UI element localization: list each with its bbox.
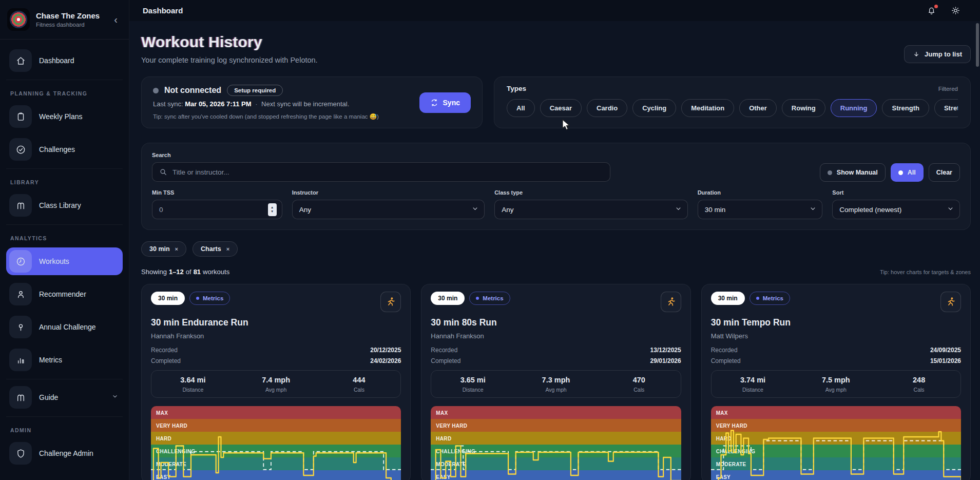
class-type-select[interactable]: Any	[494, 200, 688, 219]
app-root: Chase The Zones Fitness dashboard ‹ Dash…	[0, 0, 980, 480]
zone-chart[interactable]: MAXVERY HARDHARDCHALLENGINGMODERATEEASY	[431, 406, 681, 480]
remove-tag-icon[interactable]: ×	[226, 246, 229, 252]
intensity-lines	[151, 406, 401, 480]
sidebar-group: LIBRARYClass Library	[6, 168, 123, 219]
arrow-down-icon	[913, 51, 920, 58]
theme-toggle-button[interactable]	[951, 6, 960, 15]
runner-icon	[945, 296, 956, 308]
metrics-badge: Metrics	[750, 292, 790, 305]
types-filter-card: Types Filtered AllCaesarCardioCyclingMed…	[494, 76, 971, 128]
last-sync-value: Mar 05, 2026 7:11 PM	[185, 100, 251, 108]
sidebar-item-challenge-admin[interactable]: Challenge Admin	[6, 439, 123, 467]
recorded-date: 13/12/2025	[650, 347, 681, 354]
runner-icon	[665, 296, 677, 308]
active-filter-tag-30-min[interactable]: 30 min×	[141, 241, 186, 257]
duration-badge: 30 min	[711, 292, 745, 305]
duration-badge: 30 min	[151, 292, 185, 305]
workout-stats: 3.65 miDistance7.3 mphAvg mph470Cals	[431, 370, 681, 398]
workout-type-button[interactable]	[940, 292, 961, 312]
sidebar-item-recommender[interactable]: Recommender	[6, 280, 123, 308]
type-chip-other[interactable]: Other	[739, 99, 777, 117]
sidebar-item-guide[interactable]: Guide	[6, 383, 123, 411]
type-chip-cardio[interactable]: Cardio	[587, 99, 627, 117]
clear-filters-button[interactable]: Clear	[929, 163, 960, 182]
remove-tag-icon[interactable]: ×	[175, 246, 178, 252]
sidebar-item-label: Guide	[39, 393, 58, 401]
sidebar-item-label: Challenge Admin	[39, 449, 93, 457]
recorded-row: Recorded 24/09/2025	[711, 347, 961, 354]
recorded-date: 20/12/2025	[370, 347, 401, 354]
sidebar-item-workouts[interactable]: Workouts	[6, 247, 123, 275]
completed-row: Completed 29/01/2026	[431, 357, 681, 364]
type-chip-stretching[interactable]: Stretching	[934, 99, 958, 117]
sidebar-collapse-button[interactable]: ‹	[110, 12, 122, 27]
min-tss-input[interactable]: 0▴▾	[152, 200, 282, 219]
metrics-dot-icon	[196, 297, 199, 300]
type-chip-strength[interactable]: Strength	[882, 99, 929, 117]
sync-button[interactable]: Sync	[419, 92, 471, 113]
sidebar-group: Guide	[6, 379, 123, 411]
sidebar-group: ADMINChallenge Admin	[6, 416, 123, 467]
workout-card[interactable]: 30 min Metrics 30 min Endurance Run Hann…	[141, 284, 411, 480]
sidebar-item-label: Annual Challenge	[39, 323, 96, 331]
type-chip-rowing[interactable]: Rowing	[782, 99, 825, 117]
zone-chart[interactable]: MAXVERY HARDHARDCHALLENGINGMODERATEEASY	[711, 406, 961, 480]
workout-card[interactable]: 30 min Metrics 30 min 80s Run Hannah Fra…	[421, 284, 690, 480]
library-icon	[9, 386, 32, 409]
instructor-select[interactable]: Any	[292, 200, 485, 219]
sync-tip: Tip: sync after you've cooled down (and …	[153, 113, 379, 120]
check-circle-icon	[9, 138, 32, 161]
section-subtitle: Your complete training log synchronized …	[141, 56, 318, 64]
sidebar-item-dashboard[interactable]: Dashboard	[6, 47, 123, 74]
recorded-row: Recorded 20/12/2025	[151, 347, 401, 354]
stat-distance: 3.65 miDistance	[431, 376, 514, 393]
jump-to-list-button[interactable]: Jump to list	[904, 45, 971, 63]
sync-card: Not connected Setup required Last sync: …	[141, 76, 483, 128]
sidebar-section-label: ANALYTICS	[10, 235, 119, 241]
sort-label: Sort	[832, 189, 960, 196]
workout-type-button[interactable]	[380, 292, 401, 312]
recorded-row: Recorded 13/12/2025	[431, 347, 681, 354]
number-stepper[interactable]: ▴▾	[268, 203, 277, 216]
duration-select[interactable]: 30 min	[698, 200, 823, 219]
stat-avg-mph: 7.5 mphAvg mph	[794, 376, 877, 393]
sun-icon	[951, 6, 960, 15]
sidebar-item-class-library[interactable]: Class Library	[6, 191, 123, 219]
stat-avg-mph: 7.4 mphAvg mph	[235, 376, 318, 393]
type-chip-cycling[interactable]: Cycling	[632, 99, 676, 117]
sidebar-item-metrics[interactable]: Metrics	[6, 346, 123, 374]
library-icon	[9, 194, 32, 217]
chevron-down-icon	[471, 205, 479, 214]
sort-select[interactable]: Completed (newest)	[832, 200, 960, 219]
shield-icon	[9, 442, 32, 465]
results-count: Showing1–12of81workouts	[141, 268, 232, 276]
sidebar-item-challenges[interactable]: Challenges	[6, 136, 123, 163]
search-label: Search	[152, 152, 960, 158]
last-sync-line: Last sync: Mar 05, 2026 7:11 PM · Next s…	[153, 100, 379, 108]
notifications-button[interactable]	[927, 6, 936, 15]
workout-card-badges: 30 min Metrics	[151, 292, 401, 312]
sidebar-group: PLANNING & TRACKINGWeekly PlansChallenge…	[6, 80, 123, 163]
workout-type-button[interactable]	[661, 292, 681, 312]
filtered-indicator: Filtered	[938, 86, 958, 92]
sidebar-item-weekly-plans[interactable]: Weekly Plans	[6, 103, 123, 130]
clock-icon	[9, 250, 32, 273]
workout-stats: 3.74 miDistance7.5 mphAvg mph248Cals	[711, 370, 961, 398]
type-chip-meditation[interactable]: Meditation	[681, 99, 734, 117]
all-toggle[interactable]: All	[891, 163, 924, 182]
scrollbar-thumb[interactable]	[976, 23, 979, 67]
active-filter-tag-charts[interactable]: Charts×	[193, 241, 238, 257]
main-content: Workout History Your complete training l…	[129, 21, 980, 480]
type-chip-all[interactable]: All	[507, 99, 535, 117]
show-manual-toggle[interactable]: Show Manual	[820, 163, 886, 182]
setup-required-badge: Setup required	[227, 85, 283, 96]
connection-status-dot	[153, 88, 159, 93]
type-chip-caesar[interactable]: Caesar	[540, 99, 582, 117]
zone-chart[interactable]: MAXVERY HARDHARDCHALLENGINGMODERATEEASY	[151, 406, 401, 480]
sidebar-item-annual-challenge[interactable]: Annual Challenge	[6, 313, 123, 341]
sync-status: Not connected	[164, 86, 221, 95]
type-chip-running[interactable]: Running	[831, 99, 877, 117]
active-tags-row: 30 min×Charts×	[141, 241, 971, 257]
workout-card[interactable]: 30 min Metrics 30 min Tempo Run Matt Wil…	[701, 284, 971, 480]
search-input[interactable]	[172, 168, 603, 176]
